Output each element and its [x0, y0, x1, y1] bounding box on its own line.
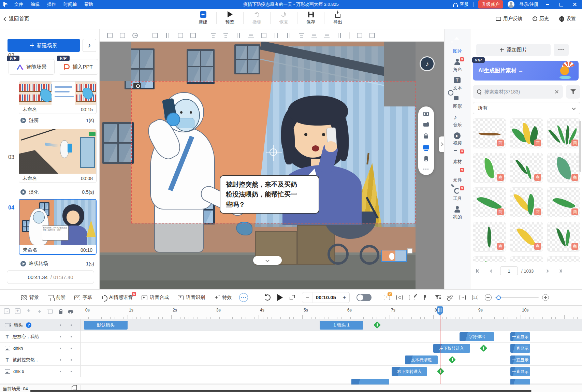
asset-thumbnail-blades-dark[interactable]: 商 [510, 153, 543, 183]
page-input[interactable] [500, 266, 518, 275]
home-icon[interactable] [120, 33, 125, 38]
align-center-h-icon[interactable] [223, 33, 229, 38]
timeline-track-row[interactable]: dhkh左下旋转进入一直显示 [0, 343, 582, 354]
menu-help[interactable]: 帮助 [84, 1, 93, 8]
timeline-track-row[interactable] [0, 377, 582, 383]
back-home-button[interactable]: 返回首页 [4, 16, 29, 22]
lock-track-icon[interactable] [59, 311, 62, 314]
ai-generate-banner[interactable]: AI生成图片素材 → [473, 61, 579, 81]
track-settings-icon[interactable] [447, 295, 453, 300]
zoom-out-icon[interactable] [485, 294, 492, 301]
clip-字符弹出[interactable]: 字符弹出 [460, 332, 494, 341]
new-scene-button[interactable]: 新建场景 [8, 39, 80, 52]
clip-右下旋转进入[interactable]: 右下旋转进入 [392, 367, 427, 376]
play-button[interactable] [277, 294, 283, 301]
login-register-button[interactable]: 登录/注册 [519, 1, 538, 8]
save-button[interactable]: 保存 [299, 11, 323, 25]
transition-row[interactable]: 峰状转场 1(s) [20, 260, 96, 267]
tab-widgets[interactable]: N元件 [445, 167, 470, 185]
redo-button[interactable]: 恢复 [272, 11, 296, 25]
clip-左下旋转进入[interactable]: 左下旋转进入 [433, 344, 470, 353]
timeline-scrollbar[interactable] [30, 390, 532, 392]
asset-thumbnail-wide-teal[interactable]: 商 [547, 153, 580, 183]
keyframe-diamond-icon[interactable] [437, 368, 444, 375]
clip[interactable] [351, 379, 389, 385]
filter-button[interactable] [566, 85, 580, 99]
distribute-v-icon[interactable] [236, 33, 241, 38]
lock-icon[interactable] [152, 33, 158, 38]
asset-thumbnail-pair-yellow-green[interactable]: 商 [510, 187, 543, 217]
foreground-button[interactable]: 前景 [48, 294, 66, 301]
timeline-track-row[interactable]: dhk b右下旋转进入一直显示 [0, 366, 582, 377]
preview-button[interactable]: 预览 [218, 11, 242, 25]
phone-view-icon[interactable] [424, 156, 428, 161]
fit-screen-icon[interactable] [423, 112, 429, 116]
asset-thumbnail-thin-dark[interactable]: 商 [473, 222, 506, 252]
tab-characters[interactable]: N角色 [445, 57, 470, 74]
asset-thumbnail-yellow[interactable]: 商 [510, 222, 543, 252]
keyframe-diamond-icon[interactable] [449, 356, 456, 363]
tab-video[interactable]: ▶视频 [445, 130, 470, 148]
align-bottom-icon[interactable] [324, 33, 330, 38]
fullscreen-icon[interactable] [290, 295, 295, 300]
feedback-button[interactable]: 用户反馈 [496, 16, 522, 22]
align-top-icon[interactable] [311, 33, 317, 38]
tab-mine[interactable]: 我的 [445, 204, 470, 222]
prev-page-button[interactable] [486, 266, 497, 275]
export-button[interactable]: 导出 [326, 11, 350, 25]
flip-icon[interactable] [248, 33, 254, 38]
asset-thumbnail-leaf[interactable]: 商 [473, 153, 506, 183]
transition-row[interactable]: 涟漪 1(s) [20, 117, 96, 124]
panel-scrollbar[interactable] [579, 121, 581, 172]
background-button[interactable]: 背景 [21, 294, 39, 301]
speech-recognition-button[interactable]: 语音识别 [178, 294, 205, 301]
delete-track-icon[interactable] [48, 310, 53, 314]
ai-voice-button[interactable]: AI情感语音N [101, 294, 133, 301]
asset-thumbnail-diagonal[interactable]: 商 [547, 187, 580, 217]
tab-images[interactable]: 图片 [445, 38, 470, 56]
minimap-expand-icon[interactable] [407, 248, 412, 253]
scene-music-button[interactable]: ♪ [83, 39, 96, 52]
zoom-in-icon[interactable] [542, 294, 549, 301]
paste-icon[interactable] [369, 33, 375, 38]
rotate-screen-icon[interactable] [423, 123, 429, 127]
zoom-1-1-icon[interactable]: 1:1 [472, 295, 478, 300]
pin-icon[interactable] [422, 295, 428, 300]
menu-edit[interactable]: 编辑 [31, 1, 40, 8]
menu-timeline[interactable]: 时间轴 [63, 1, 77, 8]
marquee-icon[interactable] [190, 33, 196, 38]
help-icon[interactable]: ? [26, 322, 31, 328]
asset-thumbnail-grass[interactable]: 商 [547, 256, 580, 262]
tab-materials[interactable]: N素材 [445, 149, 470, 166]
scene-card-04-selected[interactable]: 被封控突然，来不及买奶粉没法喂奶，能帮忙买一些吗？ 未命名 00:10 [19, 199, 97, 255]
more-options-icon[interactable] [423, 168, 429, 170]
align-left-icon[interactable] [210, 33, 216, 38]
keyframe-diamond-icon[interactable] [480, 345, 487, 352]
grid-icon[interactable] [261, 33, 266, 38]
move-up-icon[interactable] [37, 308, 42, 314]
subtitle-button[interactable]: 字幕 [74, 294, 92, 301]
visibility-icon[interactable] [68, 310, 73, 314]
more-icon[interactable] [132, 33, 138, 38]
equal-spacing-icon[interactable] [337, 33, 342, 38]
asset-thumbnail-grass[interactable]: 商 [547, 118, 580, 148]
time-increase-button[interactable]: + [339, 294, 349, 301]
scene-card-02[interactable]: 未命名 00:15 [19, 81, 97, 114]
minimap-preview[interactable] [381, 250, 407, 262]
undo-button[interactable]: 撤销 [245, 11, 269, 25]
autoplay-toggle[interactable] [357, 294, 372, 301]
menu-operate[interactable]: 操作 [47, 1, 56, 8]
tab-text[interactable]: T文本 [445, 75, 470, 93]
customer-service-button[interactable]: 客服 [453, 1, 468, 8]
replay-icon[interactable] [264, 294, 271, 301]
history-button[interactable]: 历史 [533, 16, 549, 22]
clip-默认镜头[interactable]: 默认镜头 [84, 321, 128, 330]
first-page-button[interactable] [473, 266, 483, 275]
move-down-icon[interactable] [26, 308, 31, 314]
category-dropdown[interactable]: 所有 [473, 102, 580, 114]
time-decrease-button[interactable]: − [302, 294, 312, 301]
clip-一直显示[interactable]: 一直显示 [510, 355, 530, 364]
monitor-view-icon[interactable] [423, 145, 429, 149]
upgrade-account-button[interactable]: 升级账户 [478, 0, 503, 9]
clip[interactable] [510, 379, 530, 385]
